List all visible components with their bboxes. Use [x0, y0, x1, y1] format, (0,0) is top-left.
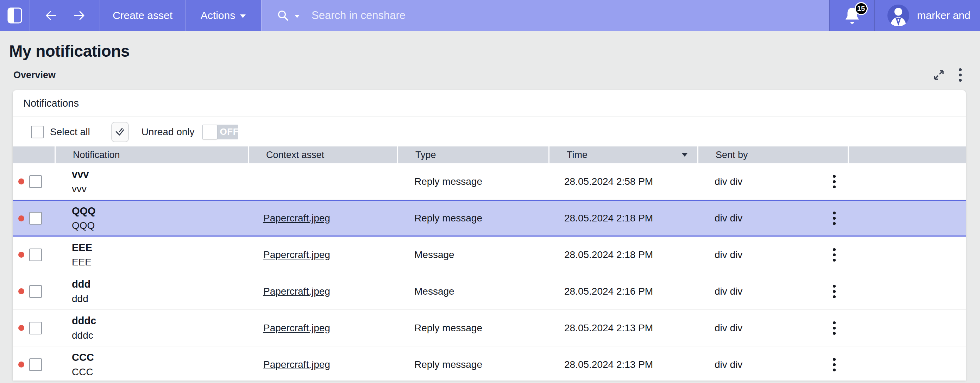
search-icon — [277, 10, 289, 21]
row-checkbox[interactable] — [29, 285, 42, 298]
notification-subtitle: vvv — [72, 183, 87, 195]
row-selection-cell — [13, 237, 54, 273]
notification-title: EEE — [72, 242, 92, 253]
time-cell: 28.05.2024 2:13 PM — [549, 310, 697, 346]
table-row[interactable]: dddc dddc Papercraft.jpeg Reply message … — [13, 310, 966, 346]
row-actions-cell — [848, 163, 966, 200]
notification-title: CCC — [72, 352, 94, 363]
panel-header: Notifications — [13, 90, 966, 117]
header-time[interactable]: Time — [549, 146, 697, 163]
table-row[interactable]: vvv vvv Reply message 28.05.2024 2:58 PM… — [13, 163, 966, 200]
notification-cell: EEE EEE — [54, 237, 248, 273]
notifications-panel: Notifications Select all Unread only OFF… — [13, 90, 966, 381]
notification-title: vvv — [72, 168, 89, 180]
row-checkbox[interactable] — [29, 358, 42, 371]
expand-icon[interactable] — [933, 69, 945, 81]
notification-subtitle: CCC — [72, 366, 93, 378]
unread-only-toggle[interactable]: OFF — [202, 125, 238, 140]
time-cell: 28.05.2024 2:18 PM — [549, 237, 697, 273]
toggle-state-label: OFF — [220, 126, 238, 137]
sidebar-toggle-button[interactable] — [0, 0, 30, 31]
unread-indicator-dot — [18, 215, 24, 221]
notification-cell: dddc dddc — [54, 310, 248, 346]
row-selection-cell — [13, 163, 54, 200]
unread-only-label: Unread only — [142, 126, 195, 138]
time-cell: 28.05.2024 2:13 PM — [549, 346, 697, 381]
actions-label: Actions — [200, 10, 235, 21]
actions-menu-button[interactable]: Actions — [185, 0, 261, 31]
context-asset-link[interactable]: Papercraft.jpeg — [263, 286, 330, 297]
time-cell: 28.05.2024 2:58 PM — [549, 163, 697, 200]
top-navigation-bar: Create asset Actions 15 — [0, 0, 980, 31]
context-asset-cell: Papercraft.jpeg — [248, 310, 397, 346]
table-row[interactable]: ddd ddd Papercraft.jpeg Message 28.05.20… — [13, 273, 966, 310]
row-kebab-menu-icon[interactable] — [833, 358, 836, 371]
context-asset-link[interactable]: Papercraft.jpeg — [263, 213, 330, 224]
notification-cell: CCC CCC — [54, 346, 248, 381]
notification-subtitle: EEE — [72, 257, 92, 268]
context-asset-link[interactable]: Papercraft.jpeg — [263, 359, 330, 370]
sent-by-value: div div — [714, 359, 742, 370]
unread-indicator-dot — [18, 288, 24, 294]
row-checkbox[interactable] — [29, 248, 42, 261]
sidebar-toggle-icon — [7, 7, 22, 24]
sent-by-value: div div — [714, 323, 742, 334]
overview-kebab-menu-icon[interactable] — [959, 68, 962, 82]
sent-by-cell: div div — [697, 237, 848, 273]
header-selection-column — [13, 146, 54, 163]
user-menu-button[interactable]: marker and — [874, 0, 980, 31]
row-actions-cell — [848, 310, 966, 346]
row-selection-cell — [13, 346, 54, 381]
row-kebab-menu-icon[interactable] — [833, 321, 836, 335]
context-asset-link[interactable]: Papercraft.jpeg — [263, 249, 330, 261]
row-checkbox[interactable] — [29, 322, 42, 334]
forward-arrow-icon[interactable] — [72, 8, 87, 23]
row-checkbox[interactable] — [29, 175, 42, 188]
row-selection-cell — [13, 201, 54, 235]
row-kebab-menu-icon[interactable] — [833, 211, 836, 225]
unread-indicator-dot — [18, 362, 24, 367]
type-cell: Reply message — [397, 346, 549, 381]
type-cell: Reply message — [397, 163, 549, 200]
row-checkbox[interactable] — [29, 212, 42, 225]
row-kebab-menu-icon[interactable] — [833, 248, 836, 262]
context-asset-link[interactable]: Papercraft.jpeg — [263, 323, 330, 334]
row-kebab-menu-icon[interactable] — [833, 285, 836, 298]
table-row[interactable]: EEE EEE Papercraft.jpeg Message 28.05.20… — [13, 237, 966, 273]
header-context-asset[interactable]: Context asset — [248, 146, 397, 163]
type-cell: Message — [397, 273, 549, 310]
table-row[interactable]: QQQ QQQ Papercraft.jpeg Reply message 28… — [13, 200, 966, 237]
sent-by-value: div div — [714, 286, 742, 297]
header-sent-by[interactable]: Sent by — [697, 146, 848, 163]
create-asset-button[interactable]: Create asset — [100, 0, 185, 31]
unread-indicator-dot — [18, 252, 24, 258]
row-actions-cell — [848, 237, 966, 273]
mark-multiple-read-button[interactable] — [111, 122, 129, 142]
header-time-label: Time — [567, 149, 587, 161]
header-notification[interactable]: Notification — [54, 146, 248, 163]
sent-by-value: div div — [714, 176, 742, 187]
notification-cell: QQQ QQQ — [54, 201, 248, 235]
sent-by-value: div div — [714, 249, 742, 261]
back-arrow-icon[interactable] — [44, 8, 59, 23]
panel-title: Notifications — [23, 97, 79, 109]
notifications-bell-button[interactable]: 15 — [829, 0, 874, 31]
search-input[interactable] — [312, 9, 628, 22]
search-scope-chevron-icon[interactable] — [294, 15, 299, 18]
select-all-label: Select all — [50, 126, 90, 138]
table-row[interactable]: CCC CCC Papercraft.jpeg Reply message 28… — [13, 346, 966, 381]
select-all-checkbox[interactable] — [31, 126, 44, 138]
sort-descending-icon[interactable] — [682, 153, 687, 157]
global-search-bar[interactable] — [261, 0, 829, 31]
header-actions-column — [848, 146, 966, 163]
history-navigation — [30, 0, 100, 31]
context-asset-cell: Papercraft.jpeg — [248, 201, 397, 235]
sent-by-cell: div div — [697, 163, 848, 200]
header-type[interactable]: Type — [397, 146, 549, 163]
header-context-asset-label: Context asset — [266, 149, 324, 161]
table-header-row: Notification Context asset Type Time Sen… — [13, 146, 966, 163]
row-kebab-menu-icon[interactable] — [833, 175, 836, 188]
sent-by-cell: div div — [697, 346, 848, 381]
time-cell: 28.05.2024 2:16 PM — [549, 273, 697, 310]
notification-count: 15 — [857, 5, 865, 13]
